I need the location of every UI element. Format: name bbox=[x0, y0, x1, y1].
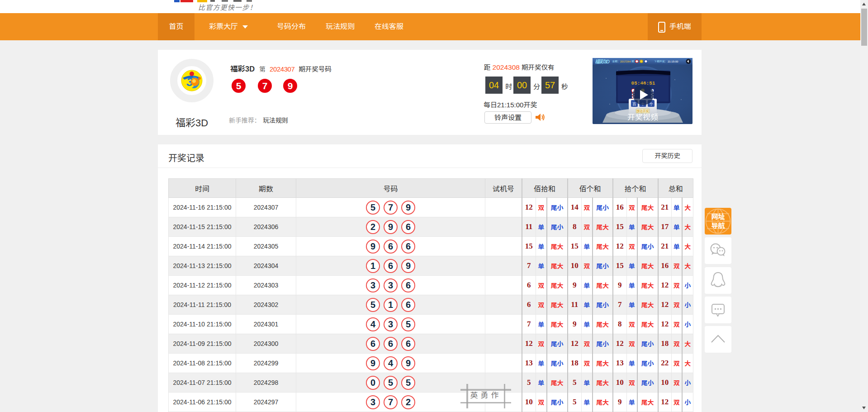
svg-text:下期开奖：21:15:00: 下期开奖：21:15:00 bbox=[654, 60, 678, 63]
svg-text:开奖视频: 开奖视频 bbox=[627, 113, 658, 122]
svg-text:福彩3D: 福彩3D bbox=[595, 59, 610, 64]
svg-text:百: 百 bbox=[632, 102, 636, 106]
svg-text:本期：2017264 期: 本期：2017264 期 bbox=[612, 60, 634, 63]
svg-text:搅动开奖: 搅动开奖 bbox=[636, 109, 649, 113]
